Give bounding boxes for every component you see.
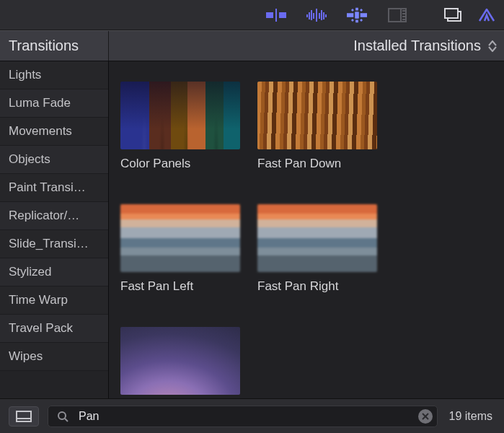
svg-rect-12	[347, 13, 353, 17]
transition-item[interactable]: Fast Pan Down	[257, 82, 377, 171]
sidebar-item-label: Slide_Transi…	[9, 237, 89, 251]
sidebar-item-label: Lights	[9, 68, 41, 82]
transition-thumbnail	[257, 204, 377, 272]
svg-rect-24	[402, 13, 405, 14]
sidebar-item[interactable]: Movements	[0, 118, 108, 146]
svg-rect-11	[325, 14, 327, 17]
video-scopes-icon[interactable]	[266, 6, 286, 24]
transition-thumbnail	[257, 82, 377, 149]
transition-label: Fast Pan Right	[257, 279, 377, 294]
sidebar-item-label: Replicator/…	[9, 209, 79, 223]
svg-rect-17	[351, 9, 354, 12]
results-area: Color PanelsFast Pan DownFast Pan LeftFa…	[109, 61, 504, 398]
sidebar-item-label: Objects	[9, 152, 50, 167]
window-layout-icon[interactable]	[443, 6, 464, 24]
library-selector-label: Installed Transitions	[353, 38, 481, 54]
svg-rect-0	[266, 12, 273, 18]
audio-meters-icon[interactable]	[306, 6, 327, 24]
svg-rect-13	[361, 13, 367, 17]
stepper-icon	[488, 40, 497, 52]
search-field-wrap	[48, 406, 438, 427]
svg-rect-14	[355, 12, 359, 18]
svg-rect-25	[402, 16, 405, 17]
clear-search-button[interactable]	[418, 409, 433, 424]
top-toolbar	[0, 0, 504, 30]
transition-label: Color Panels	[120, 157, 240, 171]
svg-rect-1	[275, 9, 277, 22]
svg-rect-9	[321, 10, 322, 20]
filmstrip-icon[interactable]	[387, 6, 407, 24]
transition-thumbnail	[120, 204, 240, 272]
sidebar-item-label: Stylized	[9, 265, 52, 279]
result-count: 19 items	[446, 410, 495, 423]
svg-rect-8	[319, 13, 320, 19]
transitions-browser-icon[interactable]	[347, 6, 367, 24]
sidebar-item[interactable]: Time Warp	[0, 287, 108, 315]
sidebar-item-label: Paint Transi…	[9, 180, 86, 195]
layout-toggle-button[interactable]	[9, 406, 39, 427]
svg-rect-19	[351, 19, 354, 22]
svg-rect-29	[17, 411, 31, 421]
sidebar-item[interactable]: Paint Transi…	[0, 174, 108, 202]
svg-rect-7	[316, 9, 317, 22]
share-icon[interactable]	[477, 6, 497, 24]
sidebar-item[interactable]: Lights	[0, 61, 108, 89]
sidebar-item[interactable]: Wipes	[0, 343, 108, 371]
sidebar-item[interactable]: Stylized	[0, 258, 108, 287]
transition-item[interactable]: Fast Pan Left	[120, 204, 240, 294]
sidebar-item-label: Luma Fade	[9, 96, 71, 110]
svg-point-31	[58, 412, 66, 419]
svg-rect-26	[402, 19, 405, 20]
transition-item[interactable]	[120, 327, 240, 398]
svg-rect-2	[279, 12, 286, 18]
transition-label: Fast Pan Down	[257, 157, 377, 171]
sidebar-item[interactable]: Slide_Transi…	[0, 230, 108, 258]
search-input[interactable]	[79, 410, 412, 423]
svg-rect-6	[313, 13, 314, 19]
transition-item[interactable]: Fast Pan Right	[257, 204, 377, 294]
transition-label: Fast Pan Left	[120, 279, 240, 294]
sidebar-item-label: Travel Pack	[9, 321, 73, 336]
sidebar-item[interactable]: Replicator/…	[0, 202, 108, 230]
browser-header: Transitions Installed Transitions	[0, 30, 504, 61]
svg-rect-20	[360, 19, 363, 22]
sidebar-item[interactable]: Luma Fade	[0, 89, 108, 118]
svg-rect-5	[311, 10, 312, 20]
svg-line-32	[65, 419, 68, 421]
transition-item[interactable]: Color Panels	[120, 82, 240, 171]
browser-title: Transitions	[0, 31, 109, 61]
sidebar-item[interactable]: Travel Pack	[0, 315, 108, 343]
svg-rect-4	[309, 12, 310, 19]
library-selector[interactable]: Installed Transitions	[109, 31, 504, 61]
sidebar-item-label: Movements	[9, 124, 72, 139]
category-sidebar: LightsLuma FadeMovementsObjectsPaint Tra…	[0, 61, 109, 398]
footer-bar: 19 items	[0, 398, 504, 433]
sidebar-item-label: Wipes	[9, 349, 43, 364]
svg-rect-23	[402, 10, 405, 12]
browser-title-label: Transitions	[9, 38, 79, 54]
svg-rect-28	[445, 9, 458, 18]
transition-thumbnail	[120, 327, 240, 395]
svg-rect-18	[360, 9, 363, 12]
svg-rect-10	[323, 12, 324, 19]
svg-rect-16	[355, 19, 358, 22]
search-icon	[53, 408, 73, 425]
sidebar-item-label: Time Warp	[9, 293, 68, 307]
svg-rect-3	[306, 14, 308, 17]
svg-rect-15	[355, 7, 358, 10]
transition-thumbnail	[120, 82, 240, 149]
sidebar-item[interactable]: Objects	[0, 146, 108, 174]
